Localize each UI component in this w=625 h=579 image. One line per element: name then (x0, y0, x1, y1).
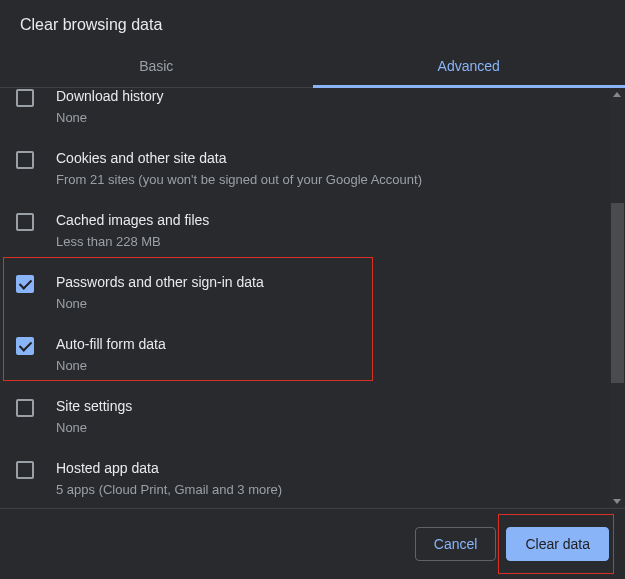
tab-bar: Basic Advanced (0, 46, 625, 88)
checkbox-cookies[interactable] (16, 151, 34, 169)
option-subtext: None (56, 418, 609, 438)
clear-data-button[interactable]: Clear data (506, 527, 609, 561)
options-list: Download history None Cookies and other … (0, 88, 625, 509)
scroll-down-icon[interactable] (613, 499, 621, 504)
checkbox-cached-images[interactable] (16, 213, 34, 231)
tab-advanced[interactable]: Advanced (313, 46, 626, 87)
checkbox-download-history[interactable] (16, 89, 34, 107)
tab-label: Basic (139, 58, 173, 74)
checkbox-site-settings[interactable] (16, 399, 34, 417)
option-text: Passwords and other sign-in data None (56, 272, 609, 314)
scroll-up-icon[interactable] (613, 92, 621, 97)
option-label: Download history (56, 88, 609, 106)
option-site-settings[interactable]: Site settings None (0, 386, 625, 448)
tab-label: Advanced (438, 58, 500, 74)
option-label: Auto-fill form data (56, 334, 609, 354)
option-text: Auto-fill form data None (56, 334, 609, 376)
options-scroll-area: Download history None Cookies and other … (0, 88, 625, 509)
option-cached-images[interactable]: Cached images and files Less than 228 MB (0, 200, 625, 262)
dialog-footer: Cancel Clear data (0, 509, 625, 579)
option-subtext: None (56, 294, 609, 314)
option-text: Download history None (56, 88, 609, 128)
option-passwords[interactable]: Passwords and other sign-in data None (0, 262, 625, 324)
confirm-button-wrap: Clear data (506, 527, 609, 561)
option-label: Site settings (56, 396, 609, 416)
option-text: Site settings None (56, 396, 609, 438)
option-autofill[interactable]: Auto-fill form data None (0, 324, 625, 386)
option-label: Cached images and files (56, 210, 609, 230)
option-text: Cached images and files Less than 228 MB (56, 210, 609, 252)
option-hosted-app-data[interactable]: Hosted app data 5 apps (Cloud Print, Gma… (0, 448, 625, 509)
cancel-button[interactable]: Cancel (415, 527, 497, 561)
checkbox-autofill[interactable] (16, 337, 34, 355)
option-download-history[interactable]: Download history None (0, 88, 625, 138)
option-text: Hosted app data 5 apps (Cloud Print, Gma… (56, 458, 609, 500)
scroll-thumb[interactable] (611, 203, 624, 383)
option-label: Hosted app data (56, 458, 609, 478)
option-subtext: None (56, 356, 609, 376)
scrollbar[interactable] (610, 88, 625, 508)
option-subtext: 5 apps (Cloud Print, Gmail and 3 more) (56, 480, 609, 500)
clear-browsing-data-dialog: Clear browsing data Basic Advanced Downl… (0, 0, 625, 579)
option-text: Cookies and other site data From 21 site… (56, 148, 609, 190)
tab-basic[interactable]: Basic (0, 46, 313, 87)
option-subtext: None (56, 108, 609, 128)
checkbox-passwords[interactable] (16, 275, 34, 293)
option-subtext: From 21 sites (you won't be signed out o… (56, 170, 609, 190)
option-label: Passwords and other sign-in data (56, 272, 609, 292)
option-subtext: Less than 228 MB (56, 232, 609, 252)
checkbox-hosted-app-data[interactable] (16, 461, 34, 479)
option-cookies[interactable]: Cookies and other site data From 21 site… (0, 138, 625, 200)
option-label: Cookies and other site data (56, 148, 609, 168)
dialog-title: Clear browsing data (0, 0, 625, 46)
